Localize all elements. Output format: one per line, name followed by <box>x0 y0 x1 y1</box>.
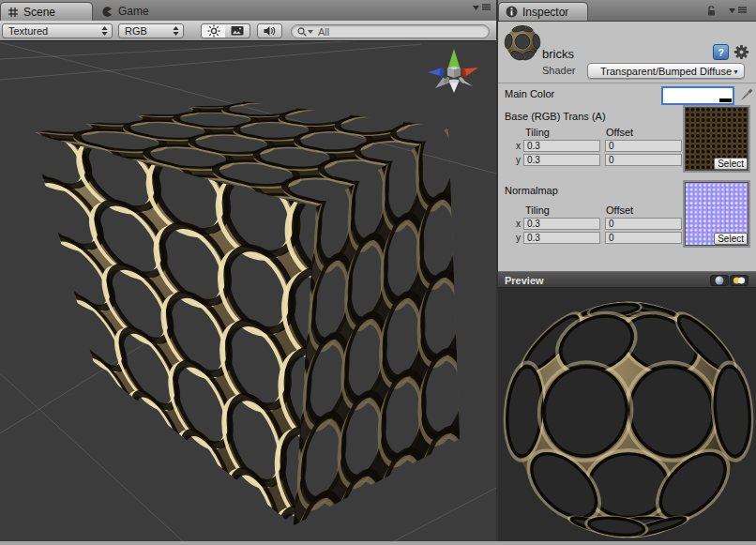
inspector-panel: Inspector bricks Shader Transparent <box>498 0 756 545</box>
scene-grid-icon <box>8 7 19 18</box>
normalmap-tiling-header: Tiling <box>525 204 550 216</box>
render-mode-dropdown[interactable]: Textured <box>2 23 113 38</box>
info-icon <box>506 6 518 18</box>
hamburger-menu-icon <box>738 7 747 13</box>
tab-scene[interactable]: Scene <box>0 2 93 21</box>
normalmap-offset-y-field[interactable] <box>605 232 682 244</box>
alpha-strip <box>664 98 732 102</box>
sun-icon <box>207 24 220 38</box>
scene-panel: Scene Game Textured <box>0 0 496 545</box>
preview-sphere-render <box>498 288 756 545</box>
normalmap-offset-header: Offset <box>606 204 633 216</box>
scene-overlay-toggle[interactable] <box>225 23 250 38</box>
base-offset-header: Offset <box>606 127 633 138</box>
dropdown-triangle-icon <box>473 5 479 10</box>
channel-mode-dropdown[interactable]: RGB <box>118 23 184 38</box>
preview-title: Preview <box>505 275 544 286</box>
tab-inspector[interactable]: Inspector <box>498 2 588 21</box>
hamburger-menu-icon <box>482 4 491 10</box>
base-texture-thumbnail[interactable]: Select <box>683 105 750 173</box>
preview-header[interactable]: Preview <box>498 271 756 288</box>
base-offset-x-field[interactable] <box>605 140 682 152</box>
base-tiling-y-field[interactable] <box>523 154 600 166</box>
base-y-label: y <box>516 155 521 165</box>
scene-3d-view <box>0 41 496 541</box>
scene-search-field[interactable] <box>291 24 490 38</box>
preview-mesh-button[interactable] <box>710 275 729 286</box>
shader-label: Shader <box>542 65 575 76</box>
main-color-label: Main Color <box>505 88 554 99</box>
inspector-panel-menu[interactable] <box>729 7 747 13</box>
base-tiling-x-field[interactable] <box>523 140 600 152</box>
render-mode-value: Textured <box>8 25 48 37</box>
normalmap-select-button[interactable]: Select <box>714 233 748 245</box>
orientation-gizmo[interactable] <box>428 49 478 93</box>
shader-dropdown[interactable]: Transparent/Bumped Diffuse ▼ <box>587 63 745 79</box>
tab-game[interactable]: Game <box>101 2 149 21</box>
header-separator <box>498 83 756 83</box>
normalmap-tiling-y-field[interactable] <box>523 232 600 244</box>
normalmap-thumbnail[interactable]: Select <box>683 180 750 248</box>
search-filter-arrow-icon <box>308 30 313 34</box>
base-x-label: x <box>516 141 521 151</box>
two-lights-icon <box>733 276 746 285</box>
scene-viewport[interactable] <box>0 41 496 541</box>
search-icon <box>297 27 307 37</box>
scene-lighting-toggle[interactable] <box>201 23 226 38</box>
help-button[interactable]: ? <box>713 44 729 60</box>
window-bottom-edge <box>0 541 756 545</box>
scene-audio-toggle[interactable] <box>257 23 282 38</box>
shader-value: Transparent/Bumped Diffuse <box>600 66 732 77</box>
normalmap-offset-x-field[interactable] <box>605 218 682 230</box>
normalmap-x-label: x <box>516 219 521 229</box>
scene-tab-bar: Scene Game <box>0 0 496 22</box>
scene-panel-menu[interactable] <box>473 4 491 10</box>
main-color-swatch[interactable] <box>661 86 734 105</box>
game-icon <box>101 6 113 18</box>
updown-arrows-icon <box>101 26 108 36</box>
settings-gear-button[interactable] <box>733 44 749 60</box>
normalmap-tiling-x-field[interactable] <box>523 218 600 230</box>
tab-game-label: Game <box>118 5 149 18</box>
chevron-down-icon: ▼ <box>733 68 739 75</box>
lock-icon <box>706 6 717 16</box>
base-texture-label: Base (RGB) Trans (A) <box>505 111 606 122</box>
sphere-icon <box>715 276 724 285</box>
updown-arrows-icon <box>173 26 179 36</box>
channel-mode-value: RGB <box>125 25 147 37</box>
inspector-body: bricks Shader Transparent/Bumped Diffuse… <box>498 21 756 541</box>
unity-editor-window: Scene Game Textured <box>0 0 756 545</box>
inspector-lock[interactable] <box>706 6 717 16</box>
scene-toolbar: Textured RGB <box>0 21 496 41</box>
inspector-tab-bar: Inspector <box>498 0 756 22</box>
normalmap-y-label: y <box>516 233 521 243</box>
base-tiling-header: Tiling <box>525 127 550 138</box>
tab-scene-label: Scene <box>23 6 55 19</box>
normalmap-label: Normalmap <box>505 185 558 196</box>
material-preview-area[interactable]: + <box>498 288 756 545</box>
base-offset-y-field[interactable] <box>605 154 682 166</box>
eyedropper-icon[interactable] <box>738 86 753 105</box>
speaker-icon <box>264 25 276 37</box>
image-icon <box>231 25 244 37</box>
material-name: bricks <box>542 47 574 61</box>
preview-lighting-button[interactable] <box>730 275 748 286</box>
tab-inspector-label: Inspector <box>522 6 568 19</box>
search-input[interactable] <box>316 25 470 38</box>
base-texture-select-button[interactable]: Select <box>714 158 748 170</box>
dropdown-triangle-icon <box>729 8 735 13</box>
material-preview-ball <box>504 24 541 62</box>
